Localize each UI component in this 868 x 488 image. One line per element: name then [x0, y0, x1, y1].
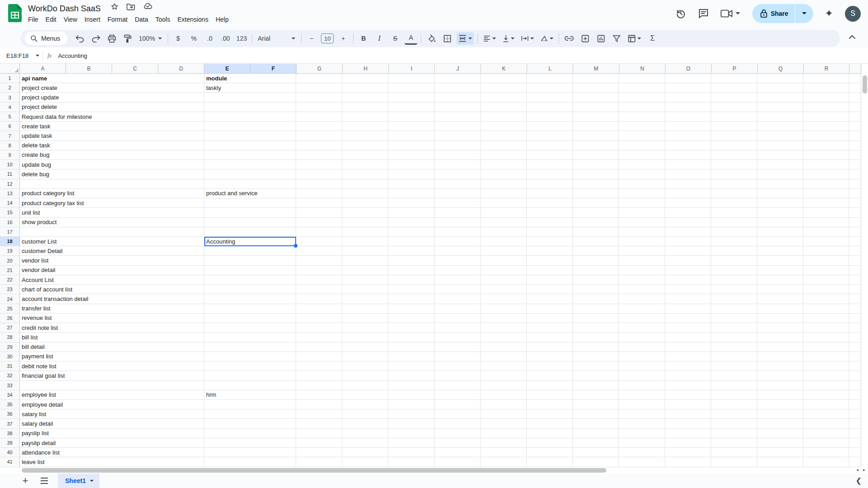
meet-presentation-button[interactable]	[721, 9, 741, 18]
cell-K10[interactable]	[481, 160, 527, 169]
cell-O35[interactable]	[665, 400, 711, 409]
cell-P1[interactable]	[711, 74, 757, 83]
cell-A3[interactable]: project update	[20, 93, 204, 102]
cell-G25[interactable]	[296, 304, 342, 314]
row-header-26[interactable]: 26	[0, 314, 20, 323]
cell-E40[interactable]	[204, 448, 296, 457]
cell-I13[interactable]	[388, 189, 434, 198]
cell-J2[interactable]	[434, 83, 481, 93]
cell-J12[interactable]	[434, 179, 481, 189]
cell-P23[interactable]	[711, 285, 757, 294]
cell-O28[interactable]	[665, 333, 711, 342]
cell-I17[interactable]	[388, 227, 434, 237]
cell-L5[interactable]	[527, 112, 573, 122]
row-header-29[interactable]: 29	[0, 343, 20, 352]
cell-P30[interactable]	[711, 352, 757, 361]
cell-Q9[interactable]	[757, 150, 803, 160]
cell-R40[interactable]	[803, 448, 849, 457]
menu-tools[interactable]: Tools	[152, 15, 174, 24]
cell-J21[interactable]	[434, 266, 481, 275]
cell-G28[interactable]	[296, 333, 342, 342]
cell-partial-12[interactable]	[849, 179, 861, 189]
cell-N24[interactable]	[619, 294, 665, 304]
cell-N40[interactable]	[619, 448, 665, 457]
cell-H8[interactable]	[342, 141, 388, 150]
cell-G7[interactable]	[296, 131, 342, 141]
cell-J14[interactable]	[434, 198, 481, 208]
cell-E29[interactable]	[204, 343, 296, 352]
cell-A41[interactable]: leave list	[20, 457, 204, 467]
cell-partial-32[interactable]	[849, 371, 861, 380]
column-header-O[interactable]: O	[665, 64, 712, 74]
cell-Q22[interactable]	[757, 275, 803, 285]
cell-I40[interactable]	[388, 448, 434, 457]
cell-M4[interactable]	[573, 103, 619, 112]
cell-M15[interactable]	[573, 208, 619, 217]
cell-E38[interactable]	[204, 429, 296, 438]
cell-J30[interactable]	[434, 352, 481, 361]
cell-E26[interactable]	[204, 314, 296, 323]
cell-J5[interactable]	[434, 112, 481, 122]
decrease-decimal-button[interactable]: .0	[203, 32, 216, 45]
cell-A39[interactable]: payslip detail	[20, 438, 204, 448]
cell-I19[interactable]	[388, 246, 434, 256]
cell-N39[interactable]	[619, 438, 665, 448]
cell-Q28[interactable]	[757, 333, 803, 342]
cell-M10[interactable]	[573, 160, 619, 169]
cell-I37[interactable]	[388, 419, 434, 428]
cell-L14[interactable]	[527, 198, 573, 208]
cell-N2[interactable]	[619, 83, 665, 93]
cell-A20[interactable]: vendor list	[20, 256, 204, 265]
cell-J34[interactable]	[434, 390, 481, 400]
cell-P10[interactable]	[711, 160, 757, 169]
cell-L20[interactable]	[527, 256, 573, 265]
cell-L23[interactable]	[527, 285, 573, 294]
comments-icon[interactable]	[698, 8, 709, 19]
cell-R4[interactable]	[803, 103, 849, 112]
row-header-10[interactable]: 10	[0, 160, 20, 169]
cell-K29[interactable]	[481, 343, 527, 352]
cell-O11[interactable]	[665, 169, 711, 179]
cell-M12[interactable]	[573, 179, 619, 189]
cell-G27[interactable]	[296, 323, 342, 333]
cell-N4[interactable]	[619, 103, 665, 112]
cell-R16[interactable]	[803, 218, 849, 227]
cell-K4[interactable]	[481, 103, 527, 112]
cell-N28[interactable]	[619, 333, 665, 342]
cell-P9[interactable]	[711, 150, 757, 160]
cell-L18[interactable]	[527, 237, 573, 246]
cell-R36[interactable]	[803, 409, 849, 419]
cell-E9[interactable]	[204, 150, 296, 160]
pivot-table-button[interactable]	[626, 32, 643, 45]
cell-I39[interactable]	[388, 438, 434, 448]
cell-G1[interactable]	[296, 74, 342, 83]
cell-H9[interactable]	[342, 150, 388, 160]
cell-J27[interactable]	[434, 323, 481, 333]
cell-partial-39[interactable]	[849, 438, 861, 448]
cell-I2[interactable]	[388, 83, 434, 93]
cell-P41[interactable]	[711, 457, 757, 467]
cell-G31[interactable]	[296, 361, 342, 371]
row-header-12[interactable]: 12	[0, 179, 20, 189]
vertical-align-button[interactable]	[501, 32, 516, 45]
cell-P22[interactable]	[711, 275, 757, 285]
cell-R20[interactable]	[803, 256, 849, 265]
cell-partial-18[interactable]	[849, 237, 861, 246]
cell-H35[interactable]	[342, 400, 388, 409]
cell-K38[interactable]	[481, 429, 527, 438]
cell-A21[interactable]: vendor detail	[20, 266, 204, 275]
cell-H31[interactable]	[342, 361, 388, 371]
cell-Q33[interactable]	[757, 381, 803, 390]
cell-Q35[interactable]	[757, 400, 803, 409]
row-header-7[interactable]: 7	[0, 131, 20, 141]
cell-E13[interactable]: product and service	[204, 189, 296, 198]
cell-O10[interactable]	[665, 160, 711, 169]
cell-P39[interactable]	[711, 438, 757, 448]
cell-R25[interactable]	[803, 304, 849, 314]
cell-N7[interactable]	[619, 131, 665, 141]
cell-I32[interactable]	[388, 371, 434, 380]
cell-G13[interactable]	[296, 189, 342, 198]
row-header-1[interactable]: 1	[0, 74, 20, 83]
cell-R29[interactable]	[803, 343, 849, 352]
cell-M14[interactable]	[573, 198, 619, 208]
